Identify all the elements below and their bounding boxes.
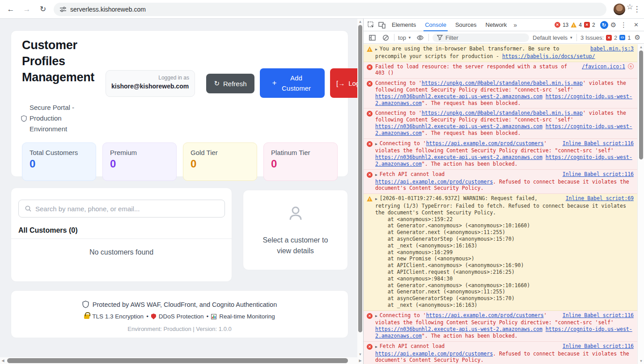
page-horizontal-scrollbar[interactable]: ◀ ▶ xyxy=(0,357,363,364)
console-link[interactable]: https://api.example.com/prod/customers xyxy=(426,312,544,318)
browser-menu-icon[interactable]: ⋮ xyxy=(632,4,641,15)
console-scrollbar[interactable]: ▲ ▼ xyxy=(637,44,644,364)
expand-arrow-icon[interactable]: ▶ xyxy=(375,197,377,201)
issues-blue-count: 1 xyxy=(627,34,631,41)
search-box xyxy=(18,200,225,218)
console-scroll-down-arrow[interactable]: ▼ xyxy=(638,359,644,363)
console-link[interactable]: https://n036bunhl2.execute-api.us-west-2… xyxy=(375,93,542,100)
console-link[interactable]: https://n036bunhl2.execute-api.us-west-2… xyxy=(375,154,542,160)
source-link[interactable]: Inline Babel script:116 xyxy=(563,312,634,319)
console-scroll-up-arrow[interactable]: ▲ xyxy=(638,45,644,49)
page-horizontal-scroll-thumb[interactable] xyxy=(7,358,348,363)
address-bar[interactable]: serverless.kishoreweb.com xyxy=(54,3,606,16)
source-link[interactable]: babel.min.js:3 xyxy=(590,46,634,52)
page-footer: Protected by AWS WAF, CloudFront, and Co… xyxy=(11,290,348,338)
console-message: ✕Inline Babel script:116▶Connecting to '… xyxy=(364,311,637,342)
stat-label: Platinum Tier xyxy=(271,149,330,156)
error-icon: ✕ xyxy=(367,141,373,147)
forward-icon[interactable]: → xyxy=(21,3,33,16)
console-scroll-thumb[interactable] xyxy=(639,50,643,159)
stat-card: Platinum Tier0 xyxy=(263,142,338,181)
stat-value: 0 xyxy=(110,158,169,170)
url-text[interactable]: serverless.kishoreweb.com xyxy=(70,6,146,13)
tab-sources[interactable]: Sources xyxy=(451,19,481,31)
expand-arrow-icon[interactable]: ▶ xyxy=(375,345,377,349)
clear-console-icon[interactable] xyxy=(381,33,390,42)
logged-in-box: Logged in as kishore@kishoreweb.com xyxy=(106,70,195,97)
issues-summary[interactable]: 3 Issues: ✕ 2 ▭ 1 xyxy=(580,34,631,41)
device-toolbar-icon[interactable] xyxy=(377,20,387,30)
network-request-icon[interactable]: ⇅ xyxy=(628,63,634,69)
add-customer-button[interactable]: + Add Customer xyxy=(260,68,325,98)
console-link[interactable]: https://api.example.com/prod/customers xyxy=(375,179,493,185)
source-link[interactable]: Inline Babel script:116 xyxy=(563,171,634,178)
console-settings-icon[interactable]: ⚙ xyxy=(635,33,640,42)
refresh-button[interactable]: ↻ Refresh xyxy=(206,74,254,93)
devtools-panel: Elements Console Sources Network » ✕ 13 … xyxy=(363,19,644,364)
customer-list-header: All Customers (0) xyxy=(18,226,77,234)
inspect-element-icon[interactable] xyxy=(366,20,376,30)
expand-arrow-icon[interactable]: ▶ xyxy=(375,142,377,146)
console-link[interactable]: https://n036bunhl2.execute-api.us-west-2… xyxy=(375,123,542,130)
console-link[interactable]: https://n036bunhl2.execute-api.us-west-2… xyxy=(375,326,542,332)
ddos-shield-icon xyxy=(151,314,156,319)
shield-outline-icon xyxy=(21,115,27,122)
back-icon[interactable]: ← xyxy=(4,3,17,16)
console-link[interactable]: https://api.example.com/prod/customers xyxy=(426,140,544,146)
devtools-close-icon[interactable]: ✕ xyxy=(631,21,641,28)
tab-console[interactable]: Console xyxy=(421,19,450,31)
issues-red-count: 2 xyxy=(614,34,617,41)
source-link[interactable]: /favicon.ico:1 xyxy=(582,63,625,70)
stat-value: 0 xyxy=(30,158,89,170)
warning-badge-icon: ! xyxy=(571,22,576,28)
error-badge-icon: ✕ xyxy=(555,22,560,28)
scroll-down-arrow[interactable]: ▼ xyxy=(357,352,363,356)
console-link[interactable]: https://unpkg.com/@babel/standalone/babe… xyxy=(422,110,583,116)
web-page: Customer Profiles Management Secure Port… xyxy=(0,19,363,364)
console-link[interactable]: https://api.example.com/prod/customers xyxy=(375,351,493,357)
empty-list-message: No customers found xyxy=(11,248,232,256)
console-sidebar-icon[interactable] xyxy=(367,33,377,42)
scroll-left-arrow[interactable]: ◀ xyxy=(0,359,6,363)
site-settings-icon[interactable] xyxy=(59,6,67,13)
error-icon: ✕ xyxy=(367,81,373,87)
profile-avatar[interactable] xyxy=(614,4,625,15)
scroll-right-arrow[interactable]: ▶ xyxy=(357,359,363,363)
warning-icon: ! xyxy=(367,46,373,52)
expand-arrow-icon[interactable]: ▶ xyxy=(375,314,377,318)
scroll-up-arrow[interactable]: ▲ xyxy=(357,20,363,24)
console-link[interactable]: https://babeljs.io/docs/setup/ xyxy=(502,53,595,59)
context-selector[interactable]: top ▼ xyxy=(398,34,411,41)
page-subtitle: Secure Portal - Production Environment xyxy=(21,102,88,134)
live-expression-eye-icon[interactable] xyxy=(415,33,425,42)
console-message-text: Connecting to 'https://unpkg.com/@babel/… xyxy=(375,80,632,106)
page-vertical-scrollbar[interactable]: ▲ ▼ xyxy=(357,19,363,357)
ai-assistance-icon[interactable]: ↻ xyxy=(600,21,608,29)
shield-outline-icon xyxy=(82,301,89,308)
customer-detail-card: Select a customer to view details xyxy=(243,190,348,270)
tab-elements[interactable]: Elements xyxy=(388,19,420,31)
console-message-text: You are using the in-browser Babel trans… xyxy=(375,46,595,59)
funnel-icon xyxy=(437,35,443,40)
console-message: ✕Inline Babel script:116▶Connecting to '… xyxy=(364,139,637,170)
devtools-settings-icon[interactable]: ⚙ xyxy=(610,21,616,29)
stat-card: Gold Tier0 xyxy=(183,142,257,181)
footer-monitoring-text: Real-time Monitoring xyxy=(219,313,275,320)
expand-arrow-icon[interactable]: ▶ xyxy=(375,47,377,51)
more-tabs-icon[interactable]: » xyxy=(512,21,519,29)
console-link[interactable]: https://unpkg.com/@babel/standalone/babe… xyxy=(422,80,583,86)
tab-network[interactable]: Network xyxy=(482,19,511,31)
devtools-menu-icon[interactable]: ⋮ xyxy=(619,21,629,29)
page-vertical-scroll-thumb[interactable] xyxy=(358,25,362,332)
expand-arrow-icon[interactable]: ▶ xyxy=(375,173,377,177)
stat-card: Premium0 xyxy=(102,142,177,181)
source-link[interactable]: Inline Babel script:116 xyxy=(563,140,634,147)
console-messages: !babel.min.js:3▶You are using the in-bro… xyxy=(364,44,637,364)
reload-icon[interactable]: ↻ xyxy=(37,3,49,16)
console-filter-input[interactable]: Filter xyxy=(432,33,529,42)
log-levels-selector[interactable]: Default levels ▼ xyxy=(533,34,573,41)
source-link[interactable]: Inline Babel script:116 xyxy=(563,343,634,350)
search-input[interactable] xyxy=(35,205,225,213)
source-link[interactable]: Inline Babel script:69 xyxy=(566,195,634,202)
stats-row: Total Customers0Premium0Gold Tier0Platin… xyxy=(22,142,338,181)
